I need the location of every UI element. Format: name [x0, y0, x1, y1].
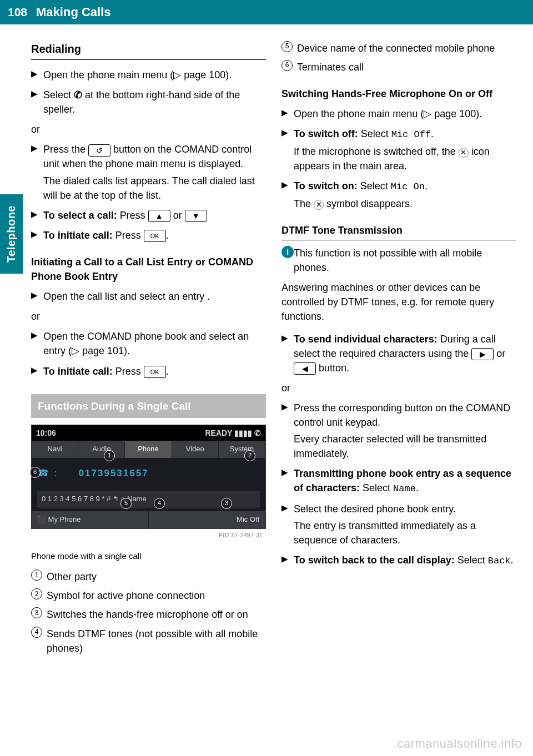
legend-num: 1 [31, 569, 42, 581]
step-text: Press the corresponding button on the CO… [294, 401, 516, 461]
step-marker: ▶ [31, 68, 43, 82]
or-separator: or [31, 122, 266, 137]
legend-item: 2Symbol for active phone connection [31, 588, 266, 603]
ui-label: Mic Off [391, 129, 431, 140]
step: ▶ Select the desired phone book entry. T… [281, 502, 516, 547]
legend-item: 5Device name of the connected mobile pho… [281, 41, 516, 56]
paragraph: Answering machines or other devices can … [281, 280, 516, 324]
step-marker: ▶ [31, 228, 43, 243]
step-marker: ▶ [31, 364, 43, 379]
step-text: Press the ↺ button on the COMAND control… [43, 142, 266, 202]
ok-key-icon: OK [144, 230, 166, 242]
right-key-icon: ▶ [471, 348, 494, 360]
page-number: 108 [0, 4, 33, 21]
ui-label: Name [393, 483, 416, 494]
step: ▶ To switch back to the call display: Se… [281, 553, 516, 568]
step-marker: ▶ [281, 127, 294, 173]
mic-off-icon: ✕ [314, 200, 324, 210]
legend-item: 3Switches the hands-free microphone off … [31, 607, 266, 622]
or-separator: or [281, 381, 516, 395]
step: ▶ To initiate call: Press OK. [31, 364, 266, 379]
step: ▶ To switch on: Select Mic On. The ✕ sym… [281, 179, 516, 211]
step-text: To send individual characters: During a … [294, 332, 516, 375]
ui-label: Mic On [391, 182, 425, 192]
step-text: To switch off: Select Mic Off. If the mi… [294, 127, 516, 173]
step-text: Open the phone main menu (▷ page 100). [294, 107, 516, 121]
step-text: To select a call: Press ▲ or ▼ [43, 208, 266, 223]
step: ▶ To switch off: Select Mic Off. If the … [281, 127, 516, 173]
step: ▶ To initiate call: Press OK. [31, 228, 266, 243]
ok-key-icon: OK [144, 366, 166, 378]
callout-1: 1 [104, 450, 115, 461]
step-marker: ▶ [281, 466, 294, 496]
heading-initiating: Initiating a Call to a Call List Entry o… [31, 255, 266, 284]
step-text: To initiate call: Press OK. [43, 228, 266, 243]
info-note: i This function is not possible with all… [281, 246, 516, 275]
info-icon: i [281, 246, 294, 275]
step-text: Open the call list and select an entry . [43, 289, 266, 304]
step: ▶ Transmitting phone book entry as a seq… [281, 466, 516, 496]
watermark: carmanualsonline.info [397, 735, 522, 753]
up-key-icon: ▲ [148, 210, 170, 222]
step-marker: ▶ [281, 553, 294, 568]
step-marker: ▶ [281, 332, 294, 375]
page-header: 108 Making Calls [0, 0, 533, 24]
legend-item: 6Terminates call [281, 60, 516, 74]
legend-item: 1Other party [31, 569, 266, 584]
fig-time: 10:06 [36, 427, 56, 439]
fig-ready: READY ▮▮▮▮ ✆ [205, 427, 261, 439]
step-marker: ▶ [31, 289, 43, 304]
callout-4: 4 [154, 498, 165, 509]
step-text: Open the phone main menu (▷ page 100). [43, 68, 266, 82]
step-text: Select the desired phone book entry. The… [294, 502, 516, 547]
step: ▶ Open the COMAND phone book and select … [31, 329, 266, 358]
step-text: Transmitting phone book entry as a seque… [294, 466, 516, 496]
right-column: 5Device name of the connected mobile pho… [281, 41, 516, 660]
info-text: This function is not possible with all m… [294, 246, 516, 275]
left-key-icon: ◀ [294, 362, 316, 375]
down-key-icon: ▼ [185, 210, 207, 222]
phone-icon [74, 89, 82, 100]
step: ▶ Open the phone main menu (▷ page 100). [281, 107, 516, 121]
step-marker: ▶ [31, 88, 43, 117]
fig-number: 01739531657 [79, 468, 149, 478]
step-text: Open the COMAND phone book and select an… [43, 329, 266, 358]
step: ▶ Press the corresponding button on the … [281, 401, 516, 461]
legend-num: 4 [31, 627, 42, 638]
legend-num: 2 [31, 588, 42, 599]
fig-tab: Phone [125, 441, 172, 458]
step-marker: ▶ [31, 208, 43, 223]
section-tab: Telephone [0, 194, 23, 274]
phone-key-icon: ↺ [88, 144, 110, 157]
step-marker: ▶ [281, 502, 294, 547]
heading-functions: Functions During a Single Call [31, 394, 266, 419]
step-marker: ▶ [281, 179, 294, 211]
step: ▶ Open the call list and select an entry… [31, 289, 266, 304]
step-text: Select at the bottom right-hand side of … [43, 88, 266, 117]
mic-off-icon: ✕ [459, 148, 469, 158]
step-marker: ▶ [31, 142, 43, 202]
step: ▶ Open the phone main menu (▷ page 100). [31, 68, 266, 82]
or-separator: or [31, 309, 266, 324]
step-text: To switch back to the call display: Sele… [294, 553, 516, 568]
step-text: To switch on: Select Mic On. The ✕ symbo… [294, 179, 516, 211]
heading-switching: Switching Hands-Free Microphone On or Of… [281, 87, 516, 101]
callout-5: 5 [120, 498, 132, 509]
heading-dtmf: DTMF Tone Transmission [281, 223, 516, 240]
fig-tab: System [219, 441, 265, 458]
ui-label: Back [488, 556, 511, 566]
fig-tab: Video [172, 441, 219, 458]
callout-3: 3 [221, 498, 232, 509]
step-text: To initiate call: Press OK. [43, 364, 266, 379]
figure-caption: Phone mode with a single call [31, 550, 266, 562]
figure-phone-mode: 10:06 READY ▮▮▮▮ ✆ Navi Audio Phone Vide… [31, 425, 266, 528]
step: ▶ To select a call: Press ▲ or ▼ [31, 208, 266, 223]
fig-bottom-tab: Mic Off [149, 511, 266, 528]
step-marker: ▶ [281, 107, 294, 121]
legend-num: 6 [281, 60, 293, 71]
left-column: Redialing ▶ Open the phone main menu (▷ … [31, 41, 266, 660]
step-marker: ▶ [31, 329, 43, 358]
content-area: Redialing ▶ Open the phone main menu (▷ … [0, 24, 533, 660]
legend-num: 3 [31, 607, 42, 618]
legend-item: 4Sends DTMF tones (not possible with all… [31, 627, 266, 656]
